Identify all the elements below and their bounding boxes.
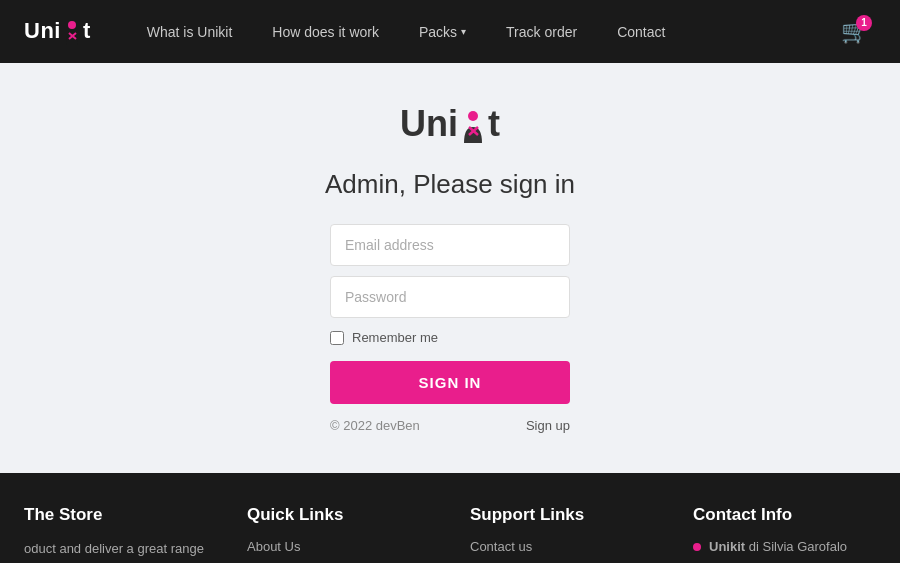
email-input[interactable] bbox=[330, 224, 570, 266]
footer-support-links: Support Links Contact us bbox=[470, 505, 653, 563]
brand-logo[interactable]: Unit bbox=[24, 18, 91, 45]
bottom-links: © 2022 devBen Sign up bbox=[330, 418, 570, 433]
footer-about-us[interactable]: About Us bbox=[247, 539, 430, 554]
nav-packs[interactable]: Packs ▾ bbox=[403, 16, 482, 48]
footer-store-description: oduct and deliver a great range Unikit o… bbox=[24, 539, 207, 563]
copyright-text: © 2022 devBen bbox=[330, 418, 420, 433]
footer-store-title: The Store bbox=[24, 505, 207, 525]
signin-button[interactable]: SIGN IN bbox=[330, 361, 570, 404]
logo-uni: Uni bbox=[400, 103, 458, 145]
footer-quick-links: Quick Links About Us bbox=[247, 505, 430, 563]
brand-svg-icon bbox=[62, 19, 82, 45]
footer-contact-info-title: Contact Info bbox=[693, 505, 876, 525]
navbar: Unit What is Unikit How does it work Pac… bbox=[0, 0, 900, 63]
footer-contact-info: Contact Info Unikit di Silvia Garofalo bbox=[693, 505, 876, 563]
remember-row: Remember me bbox=[330, 330, 570, 345]
signin-form: Remember me SIGN IN bbox=[330, 224, 570, 404]
footer-store: The Store oduct and deliver a great rang… bbox=[24, 505, 207, 563]
main-logo-svg-icon bbox=[460, 109, 486, 143]
nav-track-order[interactable]: Track order bbox=[490, 16, 593, 48]
logo-k bbox=[458, 103, 488, 145]
password-input[interactable] bbox=[330, 276, 570, 318]
contact-dot-icon bbox=[693, 543, 701, 551]
nav-contact[interactable]: Contact bbox=[601, 16, 681, 48]
nav-how-does-it-work[interactable]: How does it work bbox=[256, 16, 395, 48]
svg-point-3 bbox=[468, 111, 478, 121]
footer-support-links-title: Support Links bbox=[470, 505, 653, 525]
packs-dropdown-arrow: ▾ bbox=[461, 26, 466, 37]
main-logo: Unit bbox=[400, 103, 500, 145]
brand-text: Unit bbox=[24, 18, 91, 45]
brand-it: t bbox=[83, 18, 91, 43]
logo-it: t bbox=[488, 103, 500, 145]
cart-button[interactable]: 🛒 1 bbox=[833, 11, 876, 53]
footer: The Store oduct and deliver a great rang… bbox=[0, 473, 900, 563]
footer-contact-item: Unikit di Silvia Garofalo bbox=[693, 539, 876, 554]
brand-k bbox=[61, 18, 83, 43]
remember-label[interactable]: Remember me bbox=[352, 330, 438, 345]
cart-badge: 1 bbox=[856, 15, 872, 31]
brand-uni: Uni bbox=[24, 18, 61, 43]
footer-quick-links-title: Quick Links bbox=[247, 505, 430, 525]
signin-title: Admin, Please sign in bbox=[325, 169, 575, 200]
signup-link[interactable]: Sign up bbox=[526, 418, 570, 433]
nav-links: What is Unikit How does it work Packs ▾ … bbox=[131, 16, 833, 48]
remember-checkbox[interactable] bbox=[330, 331, 344, 345]
footer-contact-us[interactable]: Contact us bbox=[470, 539, 653, 554]
main-content: Unit Admin, Please sign in Remember me S… bbox=[0, 63, 900, 473]
nav-what-is-unikit[interactable]: What is Unikit bbox=[131, 16, 249, 48]
contact-name: Unikit di Silvia Garofalo bbox=[709, 539, 847, 554]
svg-point-0 bbox=[68, 21, 76, 29]
